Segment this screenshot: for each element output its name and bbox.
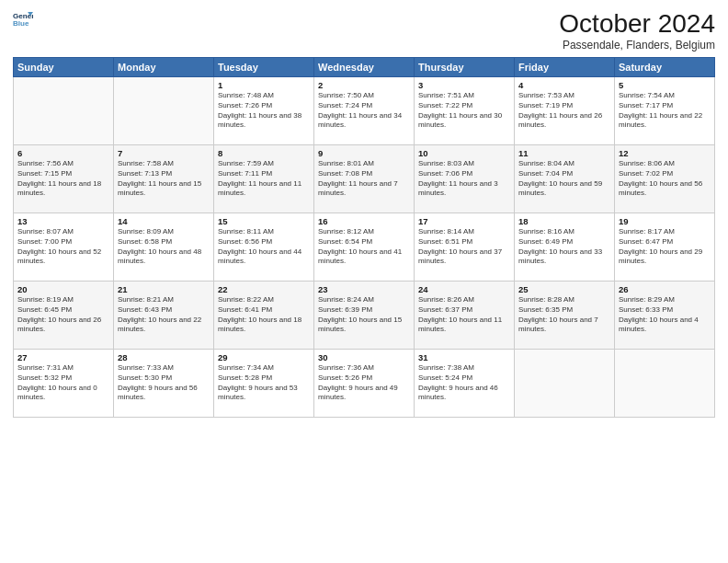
day-info: Sunrise: 8:12 AM Sunset: 6:54 PM Dayligh… [318,227,410,267]
day-number: 12 [619,148,711,158]
day-info: Sunrise: 8:04 AM Sunset: 7:04 PM Dayligh… [518,159,610,199]
day-info: Sunrise: 8:07 AM Sunset: 7:00 PM Dayligh… [17,227,109,267]
day-number: 25 [518,284,610,294]
calendar-cell: 14Sunrise: 8:09 AM Sunset: 6:58 PM Dayli… [114,213,214,282]
day-info: Sunrise: 7:54 AM Sunset: 7:17 PM Dayligh… [619,91,711,131]
calendar-cell: 22Sunrise: 8:22 AM Sunset: 6:41 PM Dayli… [214,282,314,350]
day-info: Sunrise: 7:31 AM Sunset: 5:32 PM Dayligh… [17,363,109,403]
col-sunday: Sunday [14,58,114,77]
day-info: Sunrise: 8:22 AM Sunset: 6:41 PM Dayligh… [218,295,310,335]
col-friday: Friday [515,58,615,77]
calendar-cell: 13Sunrise: 8:07 AM Sunset: 7:00 PM Dayli… [14,213,114,282]
calendar-cell: 16Sunrise: 8:12 AM Sunset: 6:54 PM Dayli… [314,213,415,282]
day-number: 16 [318,216,410,226]
day-info: Sunrise: 7:53 AM Sunset: 7:19 PM Dayligh… [518,91,610,131]
day-number: 18 [518,216,610,226]
month-title: October 2024 [559,9,715,39]
calendar-cell: 24Sunrise: 8:26 AM Sunset: 6:37 PM Dayli… [415,282,515,350]
day-info: Sunrise: 8:21 AM Sunset: 6:43 PM Dayligh… [118,295,210,335]
day-number: 2 [318,80,410,90]
header: General Blue October 2024 Passendale, Fl… [13,9,715,52]
calendar-cell: 10Sunrise: 8:03 AM Sunset: 7:06 PM Dayli… [415,145,515,213]
day-number: 24 [418,284,510,294]
day-info: Sunrise: 8:09 AM Sunset: 6:58 PM Dayligh… [118,227,210,267]
calendar-week-row: 13Sunrise: 8:07 AM Sunset: 7:00 PM Dayli… [14,213,715,282]
day-info: Sunrise: 7:56 AM Sunset: 7:15 PM Dayligh… [17,159,109,199]
calendar-cell: 19Sunrise: 8:17 AM Sunset: 6:47 PM Dayli… [615,213,715,282]
day-info: Sunrise: 7:38 AM Sunset: 5:24 PM Dayligh… [418,363,510,403]
day-info: Sunrise: 7:59 AM Sunset: 7:11 PM Dayligh… [218,159,310,199]
day-info: Sunrise: 7:34 AM Sunset: 5:28 PM Dayligh… [218,363,310,403]
day-info: Sunrise: 7:48 AM Sunset: 7:26 PM Dayligh… [218,91,310,131]
calendar-cell [515,350,615,418]
title-block: October 2024 Passendale, Flanders, Belgi… [559,9,715,52]
calendar-cell: 18Sunrise: 8:16 AM Sunset: 6:49 PM Dayli… [515,213,615,282]
calendar-cell: 3Sunrise: 7:51 AM Sunset: 7:22 PM Daylig… [415,77,515,145]
calendar-cell: 12Sunrise: 8:06 AM Sunset: 7:02 PM Dayli… [615,145,715,213]
day-info: Sunrise: 8:16 AM Sunset: 6:49 PM Dayligh… [518,227,610,267]
calendar-week-row: 20Sunrise: 8:19 AM Sunset: 6:45 PM Dayli… [14,282,715,350]
day-number: 13 [17,216,109,226]
calendar-cell: 8Sunrise: 7:59 AM Sunset: 7:11 PM Daylig… [214,145,314,213]
day-number: 20 [17,284,109,294]
calendar-cell [615,350,715,418]
calendar-cell: 4Sunrise: 7:53 AM Sunset: 7:19 PM Daylig… [515,77,615,145]
day-info: Sunrise: 8:19 AM Sunset: 6:45 PM Dayligh… [17,295,109,335]
calendar-week-row: 6Sunrise: 7:56 AM Sunset: 7:15 PM Daylig… [14,145,715,213]
day-number: 31 [418,352,510,362]
calendar-cell: 25Sunrise: 8:28 AM Sunset: 6:35 PM Dayli… [515,282,615,350]
day-number: 26 [619,284,711,294]
day-number: 3 [418,80,510,90]
day-info: Sunrise: 8:03 AM Sunset: 7:06 PM Dayligh… [418,159,510,199]
location: Passendale, Flanders, Belgium [559,39,715,52]
day-number: 1 [218,80,310,90]
day-number: 7 [118,148,210,158]
calendar-cell: 21Sunrise: 8:21 AM Sunset: 6:43 PM Dayli… [114,282,214,350]
day-info: Sunrise: 7:58 AM Sunset: 7:13 PM Dayligh… [118,159,210,199]
calendar-cell: 26Sunrise: 8:29 AM Sunset: 6:33 PM Dayli… [615,282,715,350]
day-number: 29 [218,352,310,362]
day-number: 23 [318,284,410,294]
calendar-cell: 2Sunrise: 7:50 AM Sunset: 7:24 PM Daylig… [314,77,415,145]
col-wednesday: Wednesday [314,58,415,77]
day-number: 17 [418,216,510,226]
day-number: 5 [619,80,711,90]
day-number: 21 [118,284,210,294]
calendar-cell: 23Sunrise: 8:24 AM Sunset: 6:39 PM Dayli… [314,282,415,350]
day-number: 30 [318,352,410,362]
page: General Blue October 2024 Passendale, Fl… [0,0,728,563]
day-number: 15 [218,216,310,226]
col-tuesday: Tuesday [214,58,314,77]
logo-icon: General Blue [13,9,33,29]
day-info: Sunrise: 8:17 AM Sunset: 6:47 PM Dayligh… [619,227,711,267]
col-monday: Monday [114,58,214,77]
calendar-cell [14,77,114,145]
calendar-cell [114,77,214,145]
day-number: 19 [619,216,711,226]
col-thursday: Thursday [415,58,515,77]
logo: General Blue [13,9,33,29]
calendar-cell: 11Sunrise: 8:04 AM Sunset: 7:04 PM Dayli… [515,145,615,213]
calendar-cell: 7Sunrise: 7:58 AM Sunset: 7:13 PM Daylig… [114,145,214,213]
day-number: 11 [518,148,610,158]
calendar-table: Sunday Monday Tuesday Wednesday Thursday… [13,57,715,418]
calendar-cell: 1Sunrise: 7:48 AM Sunset: 7:26 PM Daylig… [214,77,314,145]
calendar-cell: 31Sunrise: 7:38 AM Sunset: 5:24 PM Dayli… [415,350,515,418]
day-info: Sunrise: 8:29 AM Sunset: 6:33 PM Dayligh… [619,295,711,335]
day-number: 6 [17,148,109,158]
svg-text:Blue: Blue [13,19,29,28]
day-number: 9 [318,148,410,158]
day-info: Sunrise: 8:06 AM Sunset: 7:02 PM Dayligh… [619,159,711,199]
day-number: 8 [218,148,310,158]
day-number: 22 [218,284,310,294]
calendar-cell: 30Sunrise: 7:36 AM Sunset: 5:26 PM Dayli… [314,350,415,418]
calendar-header-row: Sunday Monday Tuesday Wednesday Thursday… [14,58,715,77]
day-number: 28 [118,352,210,362]
day-number: 4 [518,80,610,90]
day-info: Sunrise: 7:33 AM Sunset: 5:30 PM Dayligh… [118,363,210,403]
day-info: Sunrise: 8:26 AM Sunset: 6:37 PM Dayligh… [418,295,510,335]
calendar-week-row: 1Sunrise: 7:48 AM Sunset: 7:26 PM Daylig… [14,77,715,145]
day-info: Sunrise: 8:11 AM Sunset: 6:56 PM Dayligh… [218,227,310,267]
calendar-cell: 5Sunrise: 7:54 AM Sunset: 7:17 PM Daylig… [615,77,715,145]
day-info: Sunrise: 7:51 AM Sunset: 7:22 PM Dayligh… [418,91,510,131]
